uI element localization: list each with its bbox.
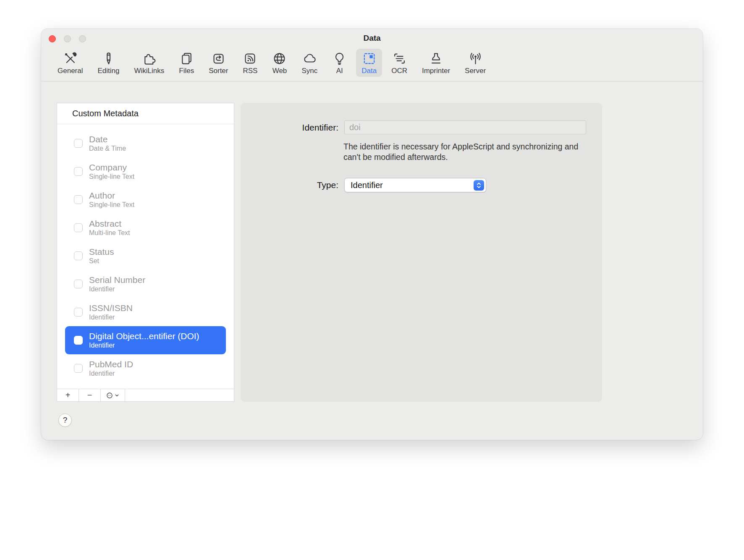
item-name: Serial Number [89,275,145,285]
pen-icon [101,51,116,66]
checkbox[interactable] [74,336,83,345]
checkbox[interactable] [74,364,83,373]
list-item-abstract[interactable]: AbstractMulti-line Text [65,214,226,242]
toolbar-item-files[interactable]: Files [173,49,199,77]
type-popup-value: Identifier [345,181,474,190]
window-title: Data [41,34,703,43]
checkbox[interactable] [74,223,83,232]
toolbar: General Editing WikiLinks Files [41,47,703,81]
item-type: Multi-line Text [89,229,130,237]
toolbar-item-label: Imprinter [422,67,450,75]
toolbar-item-label: Data [362,67,377,75]
list-item-pubmed-id[interactable]: PubMed IDIdentifier [65,354,226,382]
toolbar-item-rss[interactable]: RSS [237,49,263,77]
item-name: Date [89,134,126,144]
item-type: Identifier [89,285,145,293]
toolbar-item-label: WikiLinks [134,67,164,75]
stamp-icon [429,51,443,66]
checkbox[interactable] [74,139,83,148]
toolbar-item-label: OCR [391,67,407,75]
preferences-window: Data General Editing WikiLinks [41,29,703,440]
ellipsis-circle-icon [106,392,114,399]
popup-stepper-icon [474,180,484,191]
list-item-author[interactable]: AuthorSingle-line Text [65,186,226,214]
toolbar-item-editing[interactable]: Editing [92,49,125,77]
antenna-icon [468,51,483,66]
list-item-date[interactable]: DateDate & Time [65,129,226,157]
toolbar-item-web[interactable]: Web [267,49,292,77]
checkbox[interactable] [74,251,83,260]
puzzle-icon [142,51,157,66]
item-name: Company [89,162,134,173]
remove-item-button[interactable]: − [79,389,101,401]
identifier-input[interactable] [344,120,586,134]
chevron-down-icon [115,393,119,398]
toolbar-item-general[interactable]: General [52,49,88,77]
toolbar-item-label: AI [336,67,343,75]
toolbar-item-data[interactable]: Data [356,49,382,77]
data-dashed-square-icon [362,51,377,66]
metadata-items: DateDate & Time CompanySingle-line Text … [57,124,234,382]
toolbar-item-sync[interactable]: Sync [296,49,323,77]
toolbar-item-wikilinks[interactable]: WikiLinks [128,49,170,77]
detail-panel: Identifier: The identifier is necessary … [241,103,602,402]
item-type: Identifier [89,369,133,377]
item-name: Author [89,191,134,201]
cloud-icon [302,51,317,66]
item-name: PubMed ID [89,359,133,369]
checkbox[interactable] [74,195,83,204]
identifier-label: Identifier: [241,123,338,133]
toolbar-item-label: RSS [243,67,257,75]
toolbar-item-label: Server [465,67,486,75]
checkbox[interactable] [74,308,83,317]
toolbar-item-label: General [58,67,83,75]
toolbar-item-label: Sorter [209,67,228,75]
list-item-doi-selected[interactable]: Digital Object...entifier (DOI)Identifie… [65,326,226,354]
type-label: Type: [241,180,338,190]
list-footer-toolbar: + − [57,389,234,401]
toolbar-item-label: Editing [97,67,119,75]
item-type: Date & Time [89,144,126,152]
item-type: Identifier [89,341,199,349]
list-item-company[interactable]: CompanySingle-line Text [65,157,226,186]
item-name: Abstract [89,219,130,229]
toolbar-item-label: Sync [301,67,317,75]
toolbar-item-label: Files [179,67,194,75]
toolbar-item-ai[interactable]: AI [327,49,352,77]
item-type: Set [89,257,114,265]
custom-metadata-list: Custom Metadata DateDate & Time CompanyS… [57,103,234,402]
item-type: Identifier [89,313,133,321]
item-type: Single-line Text [89,201,134,209]
item-name: Status [89,247,114,257]
more-actions-button[interactable] [101,389,125,401]
toolbar-item-server[interactable]: Server [459,49,491,77]
ocr-text-scan-icon [392,51,407,66]
list-item-issn-isbn[interactable]: ISSN/ISBNIdentifier [65,298,226,326]
globe-icon [272,51,287,66]
item-name: Digital Object...entifier (DOI) [89,331,199,341]
toolbar-item-imprinter[interactable]: Imprinter [417,49,456,77]
toolbar-item-label: Web [272,67,287,75]
toolbar-item-sorter[interactable]: Sorter [203,49,233,77]
lightbulb-icon [332,51,347,66]
list-item-status[interactable]: StatusSet [65,242,226,270]
toolbar-item-ocr[interactable]: OCR [386,49,413,77]
checkbox[interactable] [74,280,83,288]
add-item-button[interactable]: + [57,389,79,401]
rss-icon [243,51,257,66]
sorter-tray-icon [211,51,226,66]
item-type: Single-line Text [89,173,134,181]
identifier-help-text: The identifier is necessary for AppleScr… [343,141,586,162]
list-item-serial-number[interactable]: Serial NumberIdentifier [65,270,226,298]
help-button[interactable]: ? [58,413,72,427]
titlebar: Data [41,29,703,47]
checkbox[interactable] [74,167,83,176]
documents-icon [179,51,194,66]
type-popup-button[interactable]: Identifier [344,178,486,192]
wrench-screwdriver-icon [63,51,78,66]
sidebar-header: Custom Metadata [57,103,234,124]
item-name: ISSN/ISBN [89,303,133,313]
